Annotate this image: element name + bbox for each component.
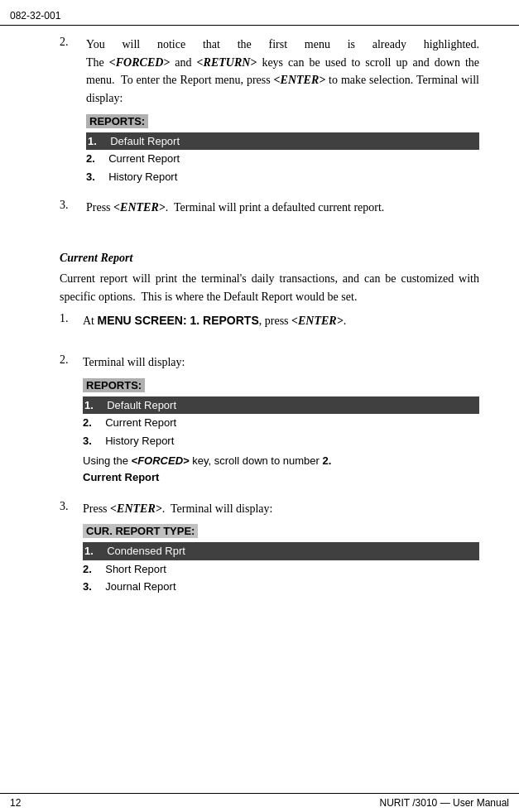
menu-item-1-2: 2. Current Report — [86, 150, 479, 168]
step-2-body: You will notice that the first menu is a… — [86, 36, 479, 189]
number-2-ref: 2. — [323, 454, 332, 467]
menu-item-3-2: 2. Short Report — [83, 560, 479, 579]
menu-item-2-2: 2. Current Report — [83, 414, 479, 432]
page-number: 12 — [10, 797, 21, 809]
num-col-1: 1. — [60, 312, 83, 337]
numbered-step-1-text: At MENU SCREEN: 1. REPORTS, press <ENTER… — [83, 312, 479, 330]
enter-key-4: <ENTER> — [110, 502, 162, 515]
numbered-step-2: 2. Terminal will display: REPORTS: 1. De… — [60, 353, 479, 483]
page-container: 082-32-001 2. You will notice that the f… — [0, 0, 519, 812]
num-col-2: 2. — [60, 353, 83, 483]
step-3-body: Press <ENTER>. Terminal will print a def… — [86, 199, 479, 223]
doc-id: 082-32-001 — [10, 10, 60, 22]
main-content: 2. You will notice that the first menu i… — [0, 32, 519, 609]
menu-item-3-1: 1. Condensed Rprt — [83, 542, 479, 560]
reports-menu-1: REPORTS: 1. Default Report 2. Current Re… — [86, 114, 479, 186]
enter-key-2: <ENTER> — [113, 201, 166, 214]
step-2-number: 2. — [60, 36, 86, 189]
footer-bar: 12 NURIT /3010 — User Manual — [0, 793, 519, 812]
body-col-1: At MENU SCREEN: 1. REPORTS, press <ENTER… — [83, 312, 479, 337]
current-report-heading: Current Report — [60, 252, 479, 265]
enter-key-1: <ENTER> — [274, 74, 326, 86]
numbered-step-3-text: Press <ENTER>. Terminal will display: — [83, 500, 479, 518]
menu-item-2-1: 1. Default Report — [83, 396, 479, 415]
using-line: Using the <FORCED> key, scroll down to n… — [83, 453, 479, 469]
menu-item-1-3: 3. History Report — [86, 168, 479, 186]
return-key-1: <RETURN> — [197, 56, 257, 69]
step-3-text: Press <ENTER>. Terminal will print a def… — [86, 199, 479, 217]
numbered-step-2-text: Terminal will display: — [83, 353, 479, 372]
menu-screen-ref: MENU SCREEN: 1. REPORTS — [98, 314, 259, 327]
step-3-outer: 3. Press <ENTER>. Terminal will print a … — [60, 199, 479, 223]
reports-label-1: REPORTS: — [86, 114, 148, 128]
body-col-3: Press <ENTER>. Terminal will display: CU… — [83, 500, 479, 599]
spacer-3 — [60, 490, 479, 500]
numbered-step-1: 1. At MENU SCREEN: 1. REPORTS, press <EN… — [60, 312, 479, 337]
step-2-outer: 2. You will notice that the first menu i… — [60, 36, 479, 189]
spacer-1 — [60, 233, 479, 243]
manual-title: NURIT /3010 — User Manual — [379, 797, 509, 809]
step-2-text: You will notice that the first menu is a… — [86, 36, 479, 108]
cur-report-menu: CUR. REPORT TYPE: 1. Condensed Rprt 2. S… — [83, 524, 479, 596]
menu-item-1-1: 1. Default Report — [86, 132, 479, 151]
menu-item-2-3: 3. History Report — [83, 432, 479, 450]
menu-list-3: 1. Condensed Rprt 2. Short Report 3. Jou… — [83, 542, 479, 596]
forced-key-2: <FORCED> — [132, 454, 190, 467]
menu-list-2: 1. Default Report 2. Current Report 3. H… — [83, 396, 479, 450]
menu-item-3-3: 3. Journal Report — [83, 578, 479, 596]
forced-key-1: <FORCED> — [109, 56, 171, 69]
body-col-2: Terminal will display: REPORTS: 1. Defau… — [83, 353, 479, 483]
header-bar: 082-32-001 — [0, 7, 519, 26]
numbered-step-3: 3. Press <ENTER>. Terminal will display:… — [60, 500, 479, 599]
reports-menu-2: REPORTS: 1. Default Report 2. Current Re… — [83, 378, 479, 450]
menu-list-1: 1. Default Report 2. Current Report 3. H… — [86, 132, 479, 186]
num-col-3: 3. — [60, 500, 83, 599]
current-report-label-inline: Current Report — [83, 471, 479, 483]
reports-label-2: REPORTS: — [83, 378, 145, 392]
current-report-body: Current report will print the terminal's… — [60, 270, 479, 305]
cur-report-label: CUR. REPORT TYPE: — [83, 524, 198, 538]
step-3-number: 3. — [60, 199, 86, 223]
spacer-2 — [60, 344, 479, 353]
enter-key-3: <ENTER> — [291, 315, 344, 327]
